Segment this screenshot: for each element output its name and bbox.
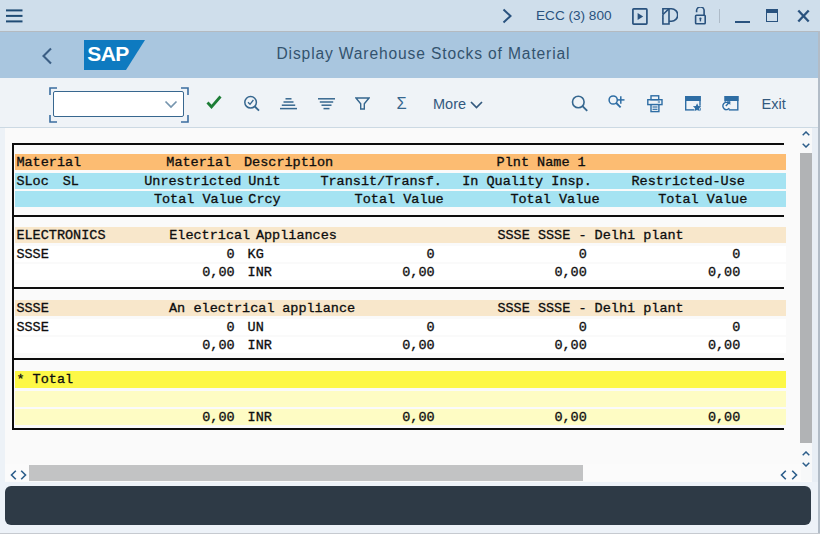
svg-text:SAP: SAP (87, 42, 129, 65)
